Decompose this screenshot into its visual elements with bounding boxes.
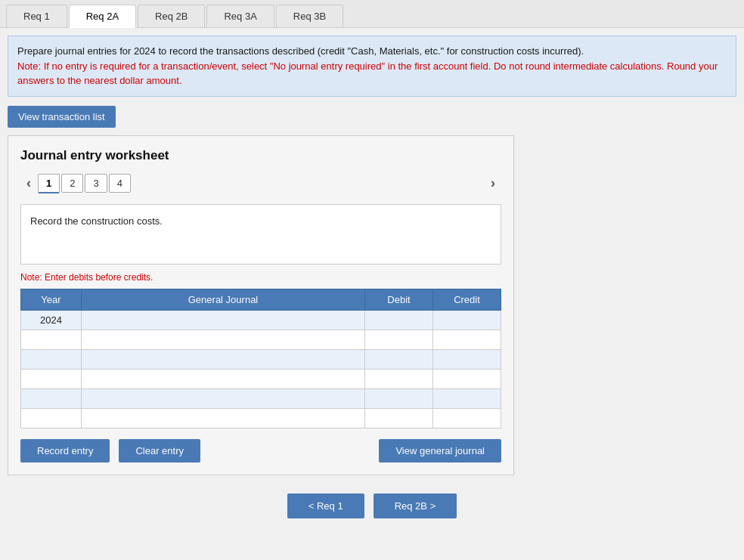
credit-input-2[interactable] [433,330,501,349]
debit-cell-4[interactable] [365,369,433,388]
debit-input-6[interactable] [365,409,432,428]
credit-input-1[interactable] [433,311,501,330]
worksheet-card: Journal entry worksheet ‹ 1 2 3 4 › Reco… [8,135,514,475]
debit-cell-5[interactable] [365,388,433,408]
credit-input-3[interactable] [433,350,501,369]
tab-req3a[interactable]: Req 3A [206,5,274,27]
bottom-nav: < Req 1 Req 2B > [0,493,744,518]
col-header-year: Year [21,289,82,310]
table-row [21,408,501,428]
debit-input-1[interactable] [365,311,432,330]
table-row [21,349,501,369]
tab-bar: Req 1 Req 2A Req 2B Req 3A Req 3B [0,0,744,28]
journal-input-6[interactable] [82,409,364,428]
credit-cell-6[interactable] [433,408,501,428]
record-entry-button[interactable]: Record entry [20,439,110,463]
credit-input-6[interactable] [433,409,501,428]
page-num-2[interactable]: 2 [61,174,83,193]
prev-page-button[interactable]: ‹ [20,174,37,193]
tab-req3b[interactable]: Req 3B [276,5,343,27]
instructions-main-text: Prepare journal entries for 2024 to reco… [17,45,584,57]
debit-cell-6[interactable] [365,408,433,428]
debit-input-3[interactable] [365,350,432,369]
col-header-journal: General Journal [82,289,365,310]
next-page-button[interactable]: › [485,174,501,193]
year-cell-6 [21,408,82,428]
bottom-prev-button[interactable]: < Req 1 [287,493,364,518]
table-row [21,388,501,408]
tab-req2a[interactable]: Req 2A [69,5,136,28]
year-cell-3 [21,349,82,369]
page-nav: ‹ 1 2 3 4 › [20,174,501,193]
debit-input-4[interactable] [365,370,432,388]
debit-input-5[interactable] [365,389,432,408]
year-cell-4 [21,369,82,388]
debit-input-2[interactable] [365,330,432,349]
journal-cell-1[interactable] [82,310,365,330]
credit-input-5[interactable] [433,389,501,408]
debit-cell-1[interactable] [365,310,433,330]
col-header-debit: Debit [365,289,433,310]
table-row [21,330,501,349]
page-num-3[interactable]: 3 [85,174,107,193]
page-num-4[interactable]: 4 [109,174,131,193]
worksheet-buttons: Record entry Clear entry View general jo… [20,439,501,463]
col-header-credit: Credit [433,289,501,310]
journal-input-1[interactable] [82,311,364,330]
instructions-note-text: Note: If no entry is required for a tran… [17,60,718,87]
worksheet-instruction-box: Record the construction costs. [20,204,501,265]
journal-input-2[interactable] [82,330,364,349]
journal-cell-3[interactable] [82,349,365,369]
credit-cell-5[interactable] [433,388,501,408]
tab-req2b[interactable]: Req 2B [138,5,205,27]
journal-cell-2[interactable] [82,330,365,349]
journal-input-5[interactable] [82,389,364,408]
worksheet-instruction-text: Record the construction costs. [30,215,163,227]
journal-table: Year General Journal Debit Credit 2024 [20,289,501,429]
table-row: 2024 [21,310,501,330]
table-row [21,369,501,388]
worksheet-title: Journal entry worksheet [20,148,501,163]
credit-cell-4[interactable] [433,369,501,388]
year-cell-2 [21,330,82,349]
journal-input-4[interactable] [82,370,364,388]
year-cell-5 [21,388,82,408]
view-general-journal-button[interactable]: View general journal [379,439,501,463]
credit-cell-3[interactable] [433,349,501,369]
page-num-1[interactable]: 1 [38,174,60,193]
journal-cell-5[interactable] [82,388,365,408]
journal-cell-4[interactable] [82,369,365,388]
journal-input-3[interactable] [82,350,364,369]
view-transaction-button[interactable]: View transaction list [8,106,116,128]
instructions-box: Prepare journal entries for 2024 to reco… [8,36,736,97]
year-cell-1: 2024 [21,310,82,330]
credit-input-4[interactable] [433,370,501,388]
bottom-next-button[interactable]: Req 2B > [374,493,457,518]
tab-req1[interactable]: Req 1 [6,5,67,27]
clear-entry-button[interactable]: Clear entry [119,439,200,463]
debit-cell-2[interactable] [365,330,433,349]
journal-cell-6[interactable] [82,408,365,428]
debit-cell-3[interactable] [365,349,433,369]
credit-cell-2[interactable] [433,330,501,349]
note-text: Note: Enter debits before credits. [20,272,501,283]
credit-cell-1[interactable] [433,310,501,330]
